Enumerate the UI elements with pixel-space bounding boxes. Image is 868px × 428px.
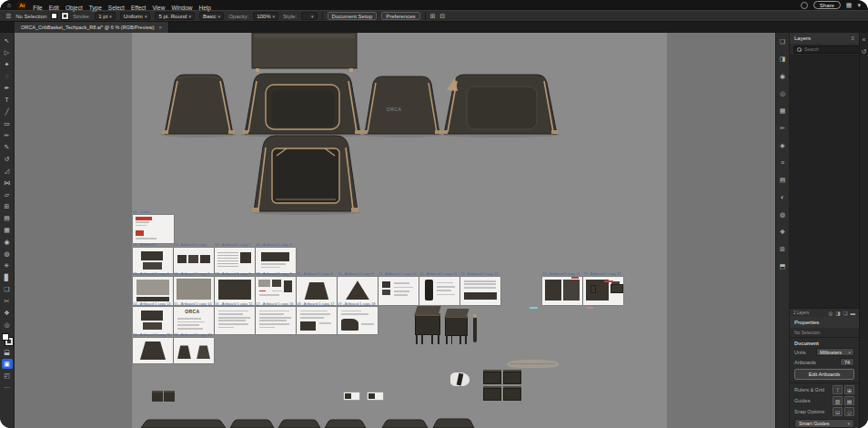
artboard-thumbnail[interactable]: 03 - Artboard 1 copy 2 [215, 248, 255, 273]
menu-type[interactable]: Type [89, 5, 102, 11]
width-tool[interactable]: ⋈ [2, 178, 13, 188]
free-transform-tool[interactable]: ▱ [2, 189, 13, 199]
show-guides-icon[interactable]: ▥ [833, 396, 843, 405]
loose-object-box[interactable] [503, 386, 521, 401]
artboard-thumbnail[interactable]: 12 - Artboard 1 copy 11 [419, 277, 459, 305]
preferences-button[interactable]: Preferences [381, 12, 419, 20]
loose-object-darkbox[interactable] [164, 391, 175, 402]
artboard-thumbnail[interactable]: 04 - Artboard 1 copy 3 [256, 248, 296, 273]
color-guide-panel-icon[interactable]: ◎ [778, 88, 788, 98]
artboard-thumbnail[interactable]: 16 - Artboard 1 copy 15 [215, 307, 255, 334]
artboard-thumbnail[interactable]: 11 - Artboard 1 copy 10 [378, 277, 419, 305]
menu-help[interactable]: Help [199, 5, 211, 11]
close-tab-icon[interactable]: × [159, 25, 163, 30]
make-mask-icon[interactable]: ◨ [835, 311, 840, 316]
symbols-panel-icon[interactable]: ◈ [778, 140, 788, 150]
new-layer-icon[interactable]: ❏ [843, 311, 848, 316]
loose-object-box[interactable] [483, 370, 501, 384]
fill-swatch[interactable] [51, 13, 57, 19]
artboard-thumbnail[interactable]: 20 - Artboard 1 copy 19 [133, 338, 173, 363]
document-setup-button[interactable]: Document Setup [328, 12, 378, 20]
history-icon[interactable]: ↺ [862, 48, 867, 56]
artboard-thumbnail[interactable]: 01 - Artboard 1 [133, 248, 173, 273]
align-center-icon[interactable]: ⊟ [440, 13, 446, 20]
canvas[interactable]: ORCA [15, 33, 775, 428]
share-button[interactable]: Share [813, 1, 841, 9]
account-avatar[interactable] [801, 2, 808, 9]
loose-object-fold[interactable] [450, 371, 469, 388]
chevron-down-icon[interactable]: ▾ [857, 1, 861, 9]
workspace-switcher-icon[interactable]: ▦ [846, 1, 853, 9]
loose-object-crate[interactable] [444, 309, 469, 344]
slice-tool[interactable]: ✂ [2, 296, 13, 306]
collapse-panels-icon[interactable]: « [863, 36, 866, 43]
artboard-thumbnail[interactable]: 22 - Artboard 1 copy 21 [542, 277, 582, 305]
rotate-tool[interactable]: ↺ [2, 154, 13, 164]
opacity-dropdown[interactable]: 100%▾ [253, 12, 278, 20]
edit-toolbar-button[interactable]: ▣ [2, 359, 13, 369]
artboard-thumbnail[interactable]: 17 - Artboard 1 copy 16 [256, 307, 296, 334]
bottom-row-tents[interactable] [141, 419, 474, 428]
more-tools-icon[interactable]: ⋯ [2, 382, 13, 392]
artboard-tool[interactable]: ❏ [2, 284, 13, 294]
brushes-panel-icon[interactable]: ✏ [778, 123, 788, 133]
loose-object-crate[interactable] [414, 306, 441, 344]
pathfinder-panel-icon[interactable]: ⬒ [778, 261, 788, 271]
direct-selection-tool[interactable]: ▷ [2, 47, 13, 57]
edit-artboards-button[interactable]: Edit Artboards [794, 369, 854, 380]
draw-mode-icon[interactable]: ⬓ [2, 347, 13, 357]
shape-builder-tool[interactable]: ⊞ [2, 201, 13, 211]
artboard-thumbnail[interactable]: 00 - Cover [133, 215, 174, 243]
paintbrush-tool[interactable]: ✏ [2, 130, 13, 140]
gradient-tool[interactable]: ▤ [2, 213, 13, 223]
menu-object[interactable]: Object [66, 5, 83, 11]
scale-tool[interactable]: ◿ [2, 166, 13, 176]
properties-panel-header[interactable]: Properties [790, 317, 859, 328]
artboard-thumbnail[interactable]: 21 - Artboard 1 copy 20 [174, 338, 214, 363]
tent-front-view[interactable] [242, 74, 361, 134]
pen-tool[interactable]: ✒ [2, 83, 13, 93]
show-rulers-icon[interactable]: ⊤ [833, 385, 843, 394]
swatches-panel-icon[interactable]: ▦ [778, 106, 788, 116]
menu-view[interactable]: View [152, 5, 165, 11]
locate-object-icon[interactable]: ◎ [829, 311, 833, 316]
loose-object-stick[interactable] [471, 314, 479, 344]
symbol-sprayer-tool[interactable]: ✳ [2, 260, 13, 270]
layers-panel-header[interactable]: Layers ≡ [790, 33, 859, 44]
hand-tool[interactable]: ❖ [2, 308, 13, 318]
align-panel-icon[interactable]: ⊞ [778, 244, 788, 254]
artboard-thumbnail[interactable]: 15 - Artboard 1 copy 14 ORCA [174, 307, 214, 334]
graphic-styles-panel-icon[interactable]: ❖ [778, 227, 788, 237]
mesh-tool[interactable]: ▦ [2, 225, 13, 235]
units-dropdown[interactable]: Millimeters▾ [816, 348, 854, 356]
artboard-thumbnail[interactable]: 18 - Artboard 1 copy 17 [297, 307, 337, 334]
align-left-icon[interactable]: ⊞ [430, 13, 436, 20]
menu-select[interactable]: Select [108, 5, 125, 11]
blend-tool[interactable]: ◍ [2, 249, 13, 259]
stroke-panel-icon[interactable]: ≡ [778, 158, 788, 168]
control-menu-icon[interactable]: ☰ [5, 13, 11, 20]
fill-stroke-swatches[interactable] [2, 333, 13, 345]
loose-object-tinypart[interactable] [590, 285, 596, 293]
tent-top-view[interactable] [252, 33, 357, 72]
gradient-panel-icon[interactable]: ▤ [778, 175, 788, 185]
selection-tool[interactable]: ↖ [2, 36, 13, 46]
graph-tool[interactable]: ▊ [2, 272, 13, 282]
document-tab[interactable]: ORCA_CribBasket_Techpack_R8.ai* @ 6 % (R… [15, 22, 169, 33]
artboard-thumbnail[interactable]: 19 - Artboard 1 copy 18 [338, 307, 378, 334]
lock-guides-icon[interactable]: ▤ [844, 396, 854, 405]
artboard-thumbnail[interactable]: 02 - Artboard 1 copy [174, 248, 214, 273]
show-grid-icon[interactable]: ⊞ [844, 385, 854, 394]
loose-object-darkbox[interactable] [152, 391, 163, 402]
delete-layer-icon[interactable]: ▬ [851, 311, 856, 316]
menu-file[interactable]: File [33, 5, 42, 11]
menu-effect[interactable]: Effect [131, 5, 146, 11]
layers-list[interactable] [790, 56, 859, 308]
search-input[interactable] [804, 46, 864, 52]
loose-object-box[interactable] [483, 386, 501, 401]
shaper-tool[interactable]: ✎ [2, 142, 13, 152]
loose-object-strip[interactable] [507, 360, 559, 368]
loose-object-minibox-white[interactable] [367, 392, 384, 401]
snap-to-grid-icon[interactable]: ⊡ [833, 407, 843, 416]
loose-object-minibox-white[interactable] [343, 392, 360, 401]
